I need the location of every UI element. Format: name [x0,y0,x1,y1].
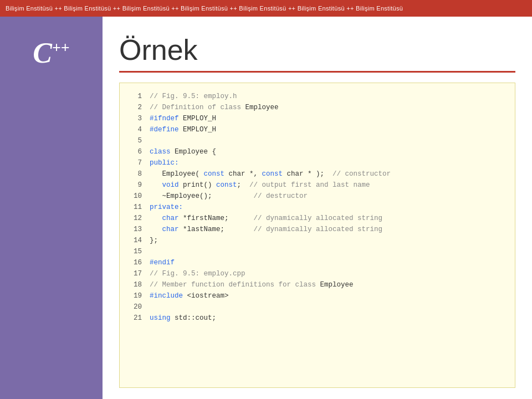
line-num-19: 19 [129,290,142,301]
code-line-15: 15 [129,246,506,257]
code-text-21: using std::cout; [150,313,216,324]
line-num-17: 17 [129,268,142,279]
code-text-11: private: [150,202,183,213]
code-line-14: 14 }; [129,235,506,246]
code-line-20: 20 [129,301,506,313]
code-text-6: class Employee { [150,146,216,157]
line-num-6: 6 [129,146,142,157]
code-line-19: 19 #include <iostream> [129,290,506,301]
code-text-1: // Fig. 9.5: employ.h [150,91,237,102]
code-line-8: 8 Employee( const char *, const char * )… [129,168,506,180]
line-num-18: 18 [129,279,142,290]
line-num-2: 2 [129,102,142,113]
code-line-18: 18 // Member function definitions for cl… [129,279,506,290]
code-text-9: void print() const; // output first and … [150,180,370,191]
cpp-c-letter: C [33,37,52,69]
code-line-21: 21 using std::cout; [129,313,506,324]
line-num-3: 3 [129,113,142,124]
code-line-3: 3 #ifndef EMPLOY_H [129,113,506,124]
code-line-9: 9 void print() const; // output first an… [129,180,506,191]
line-num-7: 7 [129,157,142,168]
banner-text: Bilişim Enstitüsü ++ Bilişim Enstitüsü +… [6,5,403,12]
code-text-7: public: [150,157,179,168]
code-text-3: #ifndef EMPLOY_H [150,113,216,124]
code-line-12: 12 char *firstName; // dynamically alloc… [129,213,506,224]
top-banner: Bilişim Enstitüsü ++ Bilişim Enstitüsü +… [0,0,532,17]
code-line-7: 7 public: [129,157,506,168]
code-text-16: #endif [150,257,175,268]
line-num-11: 11 [129,202,142,213]
code-text-13: char *lastName; // dynamically allocated… [150,224,382,235]
code-text-12: char *firstName; // dynamically allocate… [150,213,382,224]
code-text-20 [150,301,154,313]
main-layout: C++ Örnek 1 // Fig. 9.5: employ.h 2 // D… [0,17,532,399]
line-num-1: 1 [129,91,142,102]
code-line-13: 13 char *lastName; // dynamically alloca… [129,224,506,235]
code-block: 1 // Fig. 9.5: employ.h 2 // Definition … [119,83,515,388]
code-text-2: // Definition of class Employee [150,102,279,113]
page-title: Örnek [119,33,515,66]
code-line-11: 11 private: [129,202,506,213]
code-line-6: 6 class Employee { [129,146,506,157]
code-text-17: // Fig. 9.5: employ.cpp [150,268,245,279]
code-text-15 [150,246,154,257]
code-line-16: 16 #endif [129,257,506,268]
line-num-15: 15 [129,246,142,257]
line-num-14: 14 [129,235,142,246]
cpp-logo: C++ [33,39,70,68]
line-num-4: 4 [129,124,142,135]
code-text-5 [150,135,154,146]
line-num-10: 10 [129,191,142,202]
sidebar: C++ [0,17,103,399]
cpp-plus-sign: ++ [52,39,70,56]
code-line-4: 4 #define EMPLOY_H [129,124,506,135]
content-area: Örnek 1 // Fig. 9.5: employ.h 2 // Defin… [103,17,532,399]
line-num-12: 12 [129,213,142,224]
code-text-10: ~Employee(); // destructor [150,191,308,202]
code-text-4: #define EMPLOY_H [150,124,216,135]
code-line-2: 2 // Definition of class Employee [129,102,506,113]
line-num-13: 13 [129,224,142,235]
code-line-1: 1 // Fig. 9.5: employ.h [129,91,506,102]
code-line-17: 17 // Fig. 9.5: employ.cpp [129,268,506,279]
line-num-21: 21 [129,313,142,324]
line-num-20: 20 [129,301,142,313]
code-text-14: }; [150,235,158,246]
code-text-19: #include <iostream> [150,290,229,301]
code-line-5: 5 [129,135,506,146]
code-text-8: Employee( const char *, const char * ); … [150,168,391,180]
code-line-10: 10 ~Employee(); // destructor [129,191,506,202]
line-num-9: 9 [129,180,142,191]
line-num-5: 5 [129,135,142,146]
title-underline [119,71,515,73]
line-num-8: 8 [129,168,142,180]
line-num-16: 16 [129,257,142,268]
code-text-18: // Member function definitions for class… [150,279,354,290]
